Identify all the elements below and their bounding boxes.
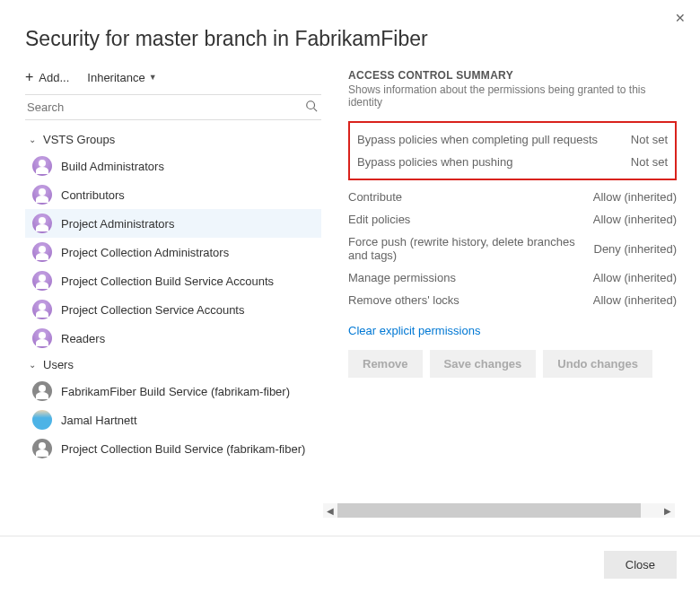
plus-icon: + [25, 69, 33, 85]
page-title: Security for master branch in FabrikamFi… [0, 0, 700, 69]
permission-value: Allow (inherited) [584, 293, 677, 307]
permission-row[interactable]: Edit policies Allow (inherited) [348, 208, 677, 231]
user-avatar-icon [32, 381, 52, 401]
scrollbar-track[interactable] [337, 503, 661, 518]
close-button[interactable]: Close [604, 551, 677, 579]
scroll-right-icon[interactable]: ▶ [661, 503, 675, 518]
list-item-label: Project Collection Build Service (fabrik… [61, 442, 305, 456]
list-item-label: Project Administrators [61, 217, 174, 231]
permission-name: Force push (rewrite history, delete bran… [348, 235, 585, 262]
permission-value: Not set [622, 133, 668, 146]
highlighted-permissions: Bypass policies when completing pull req… [348, 121, 677, 180]
list-item-label: Project Collection Build Service Account… [61, 275, 274, 288]
search-container [25, 94, 321, 120]
add-button[interactable]: + Add... [25, 69, 69, 85]
group-avatar-icon [32, 271, 52, 291]
permission-value: Allow (inherited) [584, 190, 677, 204]
clear-permissions-link[interactable]: Clear explicit permissions [348, 324, 677, 337]
group-header-users[interactable]: ⌄ Users [25, 353, 321, 377]
user-avatar-icon [32, 410, 52, 430]
search-icon[interactable] [305, 100, 318, 115]
group-label: VSTS Groups [43, 133, 115, 146]
group-avatar-icon [32, 328, 52, 348]
permission-row[interactable]: Bypass policies when pushing Not set [357, 151, 668, 173]
group-avatar-icon [32, 300, 52, 319]
sidebar-item-project-admins[interactable]: Project Administrators [25, 209, 321, 238]
group-header-vsts[interactable]: ⌄ VSTS Groups [25, 127, 321, 152]
scrollbar-thumb[interactable] [337, 503, 641, 518]
sidebar-item-proj-coll-build-svc[interactable]: Project Collection Build Service Account… [25, 266, 321, 295]
sidebar-item-jamal[interactable]: Jamal Hartnett [25, 406, 321, 434]
add-label: Add... [39, 71, 69, 84]
sidebar-item-fabrikam-build-svc[interactable]: FabrikamFiber Build Service (fabrikam-fi… [25, 377, 321, 406]
group-label: Users [43, 358, 74, 371]
permission-value: Allow (inherited) [584, 213, 677, 226]
permission-name: Remove others' locks [348, 293, 459, 307]
group-avatar-icon [32, 185, 52, 205]
chevron-down-icon: ⌄ [29, 360, 39, 370]
sidebar-item-contributors[interactable]: Contributors [25, 180, 321, 209]
list-item-label: Build Administrators [61, 160, 164, 173]
permission-row[interactable]: Contribute Allow (inherited) [348, 186, 677, 208]
inheritance-dropdown[interactable]: Inheritance ▼ [87, 71, 156, 84]
list-item-label: FabrikamFiber Build Service (fabrikam-fi… [61, 385, 290, 398]
sidebar-item-readers[interactable]: Readers [25, 324, 321, 353]
permission-name: Bypass policies when completing pull req… [357, 133, 598, 146]
permission-name: Bypass policies when pushing [357, 155, 512, 169]
permission-row[interactable]: Force push (rewrite history, delete bran… [348, 231, 677, 266]
search-input[interactable] [27, 100, 305, 114]
sidebar-item-proj-coll-svc[interactable]: Project Collection Service Accounts [25, 295, 321, 324]
permission-row[interactable]: Manage permissions Allow (inherited) [348, 266, 677, 289]
group-avatar-icon [32, 156, 52, 176]
permission-value: Deny (inherited) [585, 242, 678, 256]
permission-name: Contribute [348, 190, 402, 204]
permission-value: Not set [622, 155, 668, 169]
summary-subtitle: Shows information about the permissions … [348, 83, 677, 109]
list-item-label: Contributors [61, 188, 125, 202]
group-avatar-icon [32, 242, 52, 262]
permission-name: Manage permissions [348, 271, 456, 284]
list-item-label: Project Collection Service Accounts [61, 303, 244, 317]
list-item-label: Readers [61, 332, 105, 345]
svg-line-1 [314, 109, 318, 112]
horizontal-scrollbar[interactable]: ◀ ▶ [323, 503, 675, 518]
inheritance-label: Inheritance [87, 71, 144, 84]
list-item-label: Project Collection Administrators [61, 246, 229, 259]
permission-name: Edit policies [348, 213, 410, 226]
undo-button[interactable]: Undo changes [543, 350, 652, 378]
chevron-down-icon: ⌄ [29, 135, 39, 144]
save-button[interactable]: Save changes [430, 350, 537, 378]
group-avatar-icon [32, 214, 52, 233]
sidebar-item-proj-coll-build-svc-user[interactable]: Project Collection Build Service (fabrik… [25, 434, 321, 463]
permission-row[interactable]: Bypass policies when completing pull req… [357, 128, 668, 151]
chevron-down-icon: ▼ [149, 73, 157, 82]
scroll-left-icon[interactable]: ◀ [323, 503, 337, 518]
sidebar-item-build-admins[interactable]: Build Administrators [25, 152, 321, 180]
list-item-label: Jamal Hartnett [61, 414, 137, 427]
close-icon[interactable]: ✕ [671, 7, 689, 29]
sidebar-item-proj-coll-admins[interactable]: Project Collection Administrators [25, 238, 321, 266]
remove-button[interactable]: Remove [348, 350, 423, 378]
svg-point-0 [307, 101, 315, 109]
user-avatar-icon [32, 439, 52, 458]
permission-row[interactable]: Remove others' locks Allow (inherited) [348, 289, 677, 311]
permission-value: Allow (inherited) [584, 271, 677, 284]
summary-title: ACCESS CONTROL SUMMARY [348, 69, 677, 82]
